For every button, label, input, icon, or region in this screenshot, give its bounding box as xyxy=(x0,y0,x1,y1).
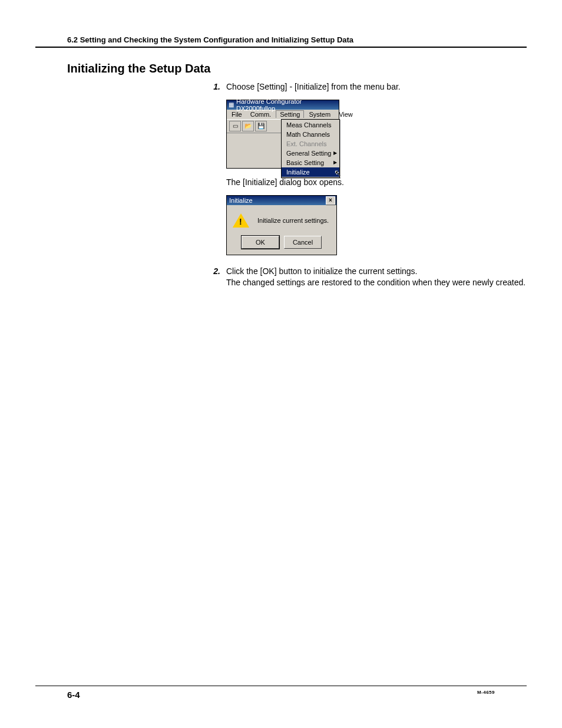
submenu-arrow-icon: ▶ xyxy=(333,160,337,165)
dropdown-initialize[interactable]: Initialize ↖ xyxy=(282,167,339,177)
dropdown-ext-channels: Ext. Channels xyxy=(282,139,339,149)
step-1-text: Choose [Setting] - [Initialize] from the… xyxy=(226,81,401,93)
menu-view[interactable]: View xyxy=(335,111,356,118)
toolbar-save-button[interactable]: 💾 xyxy=(255,121,267,131)
running-header: 6.2 Setting and Checking the System Conf… xyxy=(35,35,527,48)
figure-menu-screenshot: ▦ Hardware Configurator DX2000fullop Fil… xyxy=(226,100,527,169)
dropdown-basic-label: Basic Setting xyxy=(286,159,324,166)
dropdown-general-label: General Setting xyxy=(286,150,331,157)
dialog-button-row: OK Cancel xyxy=(227,236,336,255)
step-2-line2: The changed settings are restored to the… xyxy=(226,277,525,288)
dialog-close-button[interactable]: × xyxy=(326,196,335,205)
menu-bar: File Comm. Setting System View xyxy=(227,110,339,119)
app-icon: ▦ xyxy=(229,101,234,108)
menu-file[interactable]: File xyxy=(228,111,246,118)
dropdown-general-setting[interactable]: General Setting ▶ xyxy=(282,149,339,158)
menu-comm[interactable]: Comm. xyxy=(247,111,275,118)
step-2-line1: Click the [OK] button to initialize the … xyxy=(226,266,525,277)
dialog-title: Initialize xyxy=(229,197,253,204)
menu-system[interactable]: System xyxy=(305,111,334,118)
open-folder-icon: 📂 xyxy=(244,123,252,129)
step-2: 2. Click the [OK] button to initialize t… xyxy=(206,266,527,288)
ok-button[interactable]: OK xyxy=(242,236,279,249)
after-menu-text: The [Initialize] dialog box opens. xyxy=(226,177,527,188)
toolbar-open-button[interactable]: 📂 xyxy=(242,121,254,131)
dropdown-meas-channels[interactable]: Meas Channels xyxy=(282,120,339,130)
toolbar-new-button[interactable]: ▭ xyxy=(229,121,241,131)
initialize-dialog: Initialize × Initialize current settings… xyxy=(226,195,337,255)
section-title: Initializing the Setup Data xyxy=(67,62,527,75)
doc-number: M-4659 xyxy=(477,690,495,700)
dropdown-basic-setting[interactable]: Basic Setting ▶ xyxy=(282,158,339,167)
dialog-titlebar: Initialize × xyxy=(227,196,336,205)
app-titlebar: ▦ Hardware Configurator DX2000fullop xyxy=(227,100,339,110)
app-window: ▦ Hardware Configurator DX2000fullop Fil… xyxy=(226,100,339,169)
close-icon: × xyxy=(329,197,332,203)
dropdown-math-channels[interactable]: Math Channels xyxy=(282,130,339,139)
page-footer: 6-4 M-4659 xyxy=(35,686,527,700)
warning-icon xyxy=(233,213,249,228)
submenu-arrow-icon: ▶ xyxy=(333,150,337,156)
page-number: 6-4 xyxy=(67,690,80,700)
cancel-button[interactable]: Cancel xyxy=(284,236,322,249)
save-disk-icon: 💾 xyxy=(257,123,265,129)
step-2-number: 2. xyxy=(206,266,220,288)
step-1: 1. Choose [Setting] - [Initialize] from … xyxy=(206,81,527,93)
setting-dropdown: Meas Channels Math Channels Ext. Channel… xyxy=(281,119,340,178)
new-file-icon: ▭ xyxy=(233,123,238,129)
dialog-body: Initialize current settings. xyxy=(227,205,336,236)
figure-dialog-screenshot: Initialize × Initialize current settings… xyxy=(226,195,527,255)
dropdown-initialize-label: Initialize xyxy=(286,169,310,176)
dialog-message: Initialize current settings. xyxy=(257,217,329,224)
menu-setting[interactable]: Setting xyxy=(276,110,304,118)
step-1-number: 1. xyxy=(206,81,220,93)
app-title: Hardware Configurator DX2000fullop xyxy=(236,98,337,112)
